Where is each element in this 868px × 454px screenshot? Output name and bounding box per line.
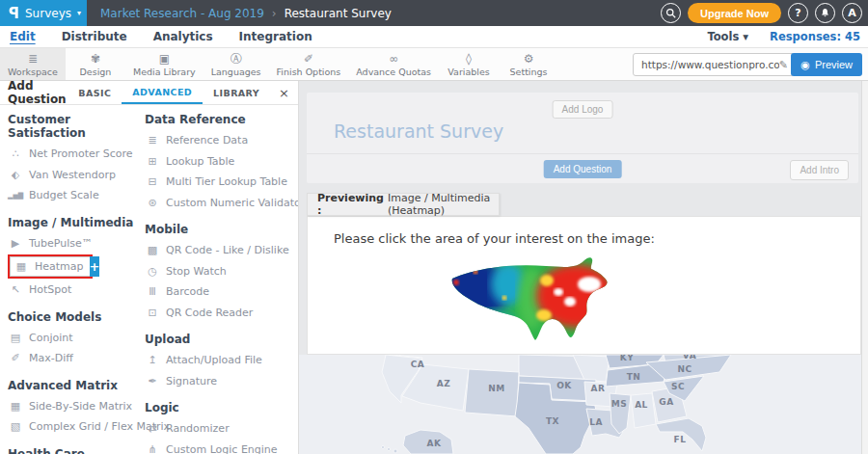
survey-canvas: Add Logo Restaurant Survey Add Question … — [299, 81, 868, 454]
item-label: Side-By-Side Matrix — [29, 400, 132, 413]
nav-analytics[interactable]: Analytics — [153, 30, 213, 43]
item-label: Lookup Table — [166, 155, 234, 168]
question-type-heatmap-selected[interactable]: ▦Heatmap+ — [8, 254, 93, 279]
heatmap-editor-map[interactable]: CA AZ NM OK TX AK AR LA MS AL GA TN NC S… — [299, 355, 861, 454]
nav-edit[interactable]: Edit — [10, 30, 36, 43]
vertical-scrollbar[interactable] — [861, 81, 868, 454]
tab-advanced[interactable]: ADVANCED — [122, 81, 203, 104]
toolbar-tab-workspace[interactable]: ≣Workspace — [0, 48, 66, 80]
item-label: Custom Numeric Validator — [166, 197, 298, 209]
preview-button[interactable]: ◉ Preview — [791, 53, 862, 76]
toolbar-tab-label: Finish Options — [277, 67, 341, 77]
tag-icon: ◊ — [466, 53, 472, 66]
surveys-menu[interactable]: P Surveys ▾ — [0, 0, 87, 26]
previewing-label: Previewing : — [317, 192, 384, 217]
item-label: QR Code - Like / Dislike — [166, 244, 289, 256]
state-label: GA — [659, 397, 673, 407]
question-type-tubepulse[interactable]: ▶TubePulse™ — [8, 233, 141, 254]
toolbar-tab-label: Settings — [510, 67, 548, 77]
state-label: NM — [488, 384, 505, 393]
question-type-net-promoter-score[interactable]: ∴Net Promoter Score — [8, 144, 141, 165]
question-type-side-by-side-matrix[interactable]: ▦Side-By-Side Matrix — [8, 396, 141, 417]
nps-scale-icon: ∴ — [8, 147, 23, 160]
item-label: QR Code Reader — [166, 307, 253, 319]
question-type-hotspot[interactable]: ↖HotSpot — [8, 280, 141, 301]
edit-url-icon[interactable]: ✎ — [779, 59, 788, 71]
question-type-lookup-table[interactable]: ⊞Lookup Table — [145, 151, 297, 173]
question-type-complex-grid[interactable]: ▧Complex Grid / Flex Matrix — [8, 416, 141, 438]
survey-header-card: Add Logo Restaurant Survey Add Question … — [307, 93, 858, 183]
section-logic: Logic — [145, 401, 297, 414]
qr-code-icon: ▩ — [145, 244, 160, 256]
add-question-button[interactable]: Add Question — [544, 160, 622, 178]
upgrade-now-button[interactable]: Upgrade Now — [688, 3, 781, 23]
question-type-stop-watch[interactable]: ◷Stop Watch — [145, 261, 297, 282]
state-label: NC — [677, 364, 692, 374]
add-intro-button[interactable]: Add Intro — [790, 160, 849, 180]
section-data-reference: Data Reference — [145, 113, 297, 126]
question-type-custom-numeric-validator[interactable]: ⊛Custom Numeric Validator — [145, 193, 297, 214]
nav-integration[interactable]: Integration — [239, 30, 312, 43]
item-label: Net Promoter Score — [29, 147, 133, 160]
question-type-custom-logic-engine[interactable]: ⋔Custom Logic Engine — [145, 440, 297, 454]
survey-title[interactable]: Restaurant Survey — [334, 120, 503, 142]
search-button[interactable] — [661, 3, 681, 23]
eye-icon: ◉ — [800, 59, 810, 71]
survey-nav: Edit Distribute Analytics Integration To… — [0, 26, 868, 48]
links-icon: ∞ — [389, 53, 398, 66]
notifications-button[interactable] — [815, 3, 835, 23]
toolbar-tab-media-library[interactable]: ▣Media Library — [125, 48, 203, 80]
question-type-budget-scale[interactable]: ▂▅▇Budget Scale — [8, 185, 141, 206]
toolbar-tab-variables[interactable]: ◊Variables — [439, 48, 499, 80]
question-type-multi-tier-lookup[interactable]: ⊟Multi Tier Lookup Table — [145, 172, 297, 193]
add-heatmap-question-button[interactable]: + — [90, 256, 100, 277]
question-type-van-westendorp[interactable]: ⬖Van Westendorp — [8, 165, 141, 186]
breadcrumb-folder[interactable]: Market Research - Aug 2019 — [100, 7, 264, 20]
qr-reader-icon: ⊡ — [145, 307, 160, 319]
toolbar-tab-label: Workspace — [8, 67, 58, 77]
toolbar-tab-settings[interactable]: ⚙Settings — [499, 48, 558, 80]
breadcrumb-separator: › — [272, 7, 277, 20]
state-label: SC — [671, 382, 685, 391]
add-logo-button[interactable]: Add Logo — [553, 100, 613, 119]
toolbar-tab-label: Design — [80, 67, 112, 77]
responses-count-link[interactable]: Responses: 45 — [770, 30, 860, 43]
section-upload: Upload — [145, 333, 297, 346]
close-panel-button[interactable]: × — [270, 86, 298, 100]
validator-icon: ⊛ — [145, 197, 160, 209]
cursor-icon: ↖ — [8, 283, 23, 296]
translate-icon: Ⓐ — [231, 53, 242, 66]
question-type-randomizer[interactable]: ⇄Randomizer — [145, 418, 297, 440]
tab-library[interactable]: LIBRARY — [203, 81, 270, 104]
breadcrumb-survey: Restaurant Survey — [285, 7, 392, 20]
wand-icon: ✐ — [8, 352, 23, 364]
nav-distribute[interactable]: Distribute — [62, 30, 127, 43]
help-button[interactable]: ? — [788, 3, 808, 23]
image-icon: ▣ — [159, 53, 170, 66]
question-type-signature[interactable]: ✒Signature — [145, 371, 297, 392]
item-label: Randomizer — [166, 422, 230, 435]
question-type-reference-data[interactable]: ≣Reference Data — [145, 130, 297, 151]
toolbar-tab-advance-quotas[interactable]: ∞Advance Quotas — [348, 48, 439, 80]
question-type-max-diff[interactable]: ✐Max-Diff — [8, 348, 141, 369]
toolbar-tab-design[interactable]: ✾Design — [66, 48, 125, 80]
question-type-qr-code-reader[interactable]: ⊡QR Code Reader — [145, 303, 297, 324]
heatmap-usa-image[interactable] — [447, 255, 623, 346]
item-label: Barcode — [166, 285, 209, 298]
section-mobile: Mobile — [145, 223, 297, 236]
toolbar-tab-languages[interactable]: ⒶLanguages — [203, 48, 269, 80]
account-avatar[interactable]: A — [842, 3, 862, 23]
survey-url-field[interactable]: https://www.questionpro.com/t/APNrFZ ✎ — [633, 53, 795, 76]
tools-dropdown[interactable]: Tools ▾ — [707, 30, 748, 43]
tab-basic[interactable]: BASIC — [68, 81, 122, 104]
item-label: Conjoint — [29, 332, 73, 344]
workspace-icon: ≣ — [28, 53, 38, 66]
state-label: AL — [635, 400, 648, 410]
question-type-attach-upload[interactable]: ↥Attach/Upload File — [145, 350, 297, 371]
toolbar-tab-label: Languages — [211, 67, 261, 77]
question-type-qr-like-dislike[interactable]: ▩QR Code - Like / Dislike — [145, 240, 297, 261]
breadcrumb: Market Research - Aug 2019 › Restaurant … — [100, 7, 392, 20]
question-type-barcode[interactable]: ⅢBarcode — [145, 281, 297, 303]
toolbar-tab-finish-options[interactable]: ✐Finish Options — [269, 48, 349, 80]
question-type-conjoint[interactable]: ▤Conjoint — [8, 328, 141, 349]
